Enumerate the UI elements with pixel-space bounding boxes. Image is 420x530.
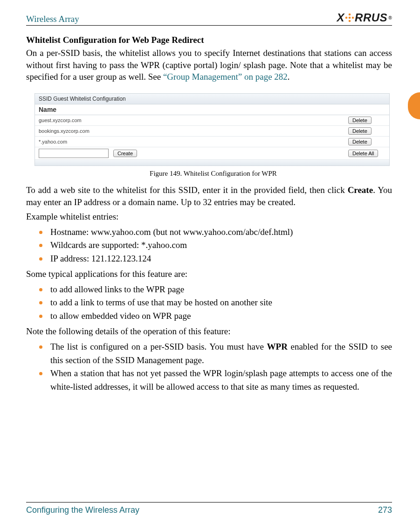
list-item: When a station that has not yet passed t… bbox=[26, 367, 392, 393]
whitelist-entry: bookings.xyzcorp.com bbox=[39, 128, 90, 134]
delete-button[interactable]: Delete bbox=[348, 117, 372, 124]
intro-text-b: . bbox=[288, 72, 290, 82]
logo-dots-icon bbox=[344, 13, 355, 23]
details-list: The list is configured on a per-SSID bas… bbox=[26, 340, 392, 393]
brand-logo: X RRUS ® bbox=[337, 11, 392, 24]
table-row: *.yahoo.com Delete bbox=[35, 137, 389, 147]
list-item: IP address: 121.122.123.124 bbox=[26, 252, 392, 266]
whitelist-panel-title: SSID Guest Whitelist Configuration bbox=[35, 94, 389, 104]
whitelist-entry: guest.xyzcorp.com bbox=[39, 117, 82, 123]
page-footer: Configuring the Wireless Array 273 bbox=[26, 502, 392, 515]
p1b: Create bbox=[348, 185, 373, 195]
new-whitelist-input[interactable] bbox=[39, 149, 109, 158]
whitelist-entry: *.yahoo.com bbox=[39, 139, 67, 145]
create-button[interactable]: Create bbox=[113, 150, 137, 157]
table-row: guest.xyzcorp.com Delete bbox=[35, 115, 389, 126]
d0a: The list is configured on a per-SSID bas… bbox=[50, 342, 267, 351]
delete-all-button[interactable]: Delete All bbox=[348, 150, 378, 157]
list-item: to allow embedded video on WPR page bbox=[26, 310, 392, 323]
paragraph-apps-intro: Some typical applications for this featu… bbox=[26, 268, 392, 280]
whitelist-table: SSID Guest Whitelist Configuration Name … bbox=[34, 93, 390, 166]
list-item: to add a link to terms of use that may b… bbox=[26, 296, 392, 310]
delete-button[interactable]: Delete bbox=[348, 138, 372, 145]
logo-rest: RRUS bbox=[355, 11, 387, 24]
footer-page-number: 273 bbox=[378, 505, 392, 515]
col-name-header: Name bbox=[35, 104, 344, 115]
list-item: Hostname: www.yahoo.com (but not www.yah… bbox=[26, 226, 392, 239]
d0b: WPR bbox=[267, 342, 288, 351]
svg-point-1 bbox=[345, 17, 348, 19]
whitelist-table-head: Name bbox=[35, 104, 389, 115]
figure-caption: Figure 149. Whitelist Configuration for … bbox=[34, 170, 392, 178]
section-heading: Whitelist Configuration for Web Page Red… bbox=[26, 35, 392, 45]
p1a: To add a web site to the whitelist for t… bbox=[26, 185, 348, 195]
footer-left: Configuring the Wireless Array bbox=[26, 505, 139, 515]
figure-149: SSID Guest Whitelist Configuration Name … bbox=[34, 93, 392, 178]
svg-point-2 bbox=[349, 17, 351, 19]
table-row-add: Create Delete All bbox=[35, 147, 389, 160]
col-action-header bbox=[344, 104, 389, 115]
paragraph-details-intro: Note the following details of the operat… bbox=[26, 325, 392, 337]
table-row: bookings.xyzcorp.com Delete bbox=[35, 126, 389, 137]
apps-list: to add allowed links to the WPR page to … bbox=[26, 283, 392, 323]
list-item: The list is configured on a per-SSID bas… bbox=[26, 340, 392, 367]
page-header: Wireless Array X RRUS ® bbox=[26, 11, 392, 26]
examples-list: Hostname: www.yahoo.com (but not www.yah… bbox=[26, 226, 392, 266]
doc-title: Wireless Array bbox=[26, 14, 79, 24]
logo-letter: X bbox=[337, 11, 345, 24]
table-footer-stripe bbox=[35, 160, 389, 165]
svg-point-4 bbox=[349, 20, 351, 22]
list-item: Wildcards are supported: *.yahoo.com bbox=[26, 239, 392, 252]
logo-registered: ® bbox=[388, 15, 392, 21]
group-management-link[interactable]: “Group Management” on page 282 bbox=[163, 72, 288, 82]
svg-point-0 bbox=[349, 14, 351, 16]
paragraph-add-site: To add a web site to the whitelist for t… bbox=[26, 184, 392, 208]
page-edge-tab bbox=[408, 92, 420, 119]
delete-button[interactable]: Delete bbox=[348, 127, 372, 135]
paragraph-examples-intro: Example whitelist entries: bbox=[26, 211, 392, 223]
intro-paragraph: On a per-SSID basis, the whitelist allow… bbox=[26, 47, 392, 83]
svg-point-3 bbox=[352, 17, 354, 19]
list-item: to add allowed links to the WPR page bbox=[26, 283, 392, 296]
